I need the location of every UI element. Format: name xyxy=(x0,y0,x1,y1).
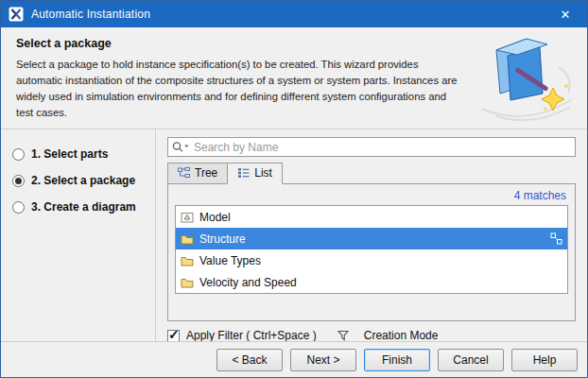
apply-filter-checkbox[interactable] xyxy=(167,330,180,342)
filter-icon[interactable] xyxy=(337,330,349,341)
next-button[interactable]: Next > xyxy=(290,349,356,371)
search-icon[interactable] xyxy=(172,141,189,153)
tab-tree[interactable]: Tree xyxy=(167,163,228,184)
list-tab-panel: 4 matches Model xyxy=(167,183,576,321)
list-item-structure[interactable]: Structure xyxy=(176,228,567,249)
list-item-velocity-and-speed[interactable]: Velocity and Speed xyxy=(176,271,567,293)
package-selection-panel: Tree xyxy=(156,129,587,341)
app-logo-icon xyxy=(9,7,24,22)
back-button[interactable]: < Back xyxy=(216,349,283,371)
list-item-label: Velocity and Speed xyxy=(199,276,297,289)
step-label: 1. Select parts xyxy=(31,147,108,161)
list-item-model[interactable]: Model xyxy=(176,206,567,228)
wizard-steps-panel: 1. Select parts 2. Select a package 3. C… xyxy=(1,129,156,341)
filter-options-row: Apply Filter ( Ctrl+Space ) Creation Mod… xyxy=(167,329,576,342)
cancel-button[interactable]: Cancel xyxy=(438,349,504,371)
package-list: Model Structure xyxy=(175,205,568,294)
creation-mode-label: Creation Mode xyxy=(364,329,439,342)
radio-selected-icon[interactable] xyxy=(12,175,25,187)
apply-filter-label: Apply Filter ( Ctrl+Space ) xyxy=(186,329,317,342)
tab-label: List xyxy=(254,166,272,180)
view-tabs: Tree xyxy=(167,163,587,184)
close-button[interactable]: ✕ xyxy=(544,1,587,27)
search-box[interactable] xyxy=(167,137,576,157)
tab-list[interactable]: List xyxy=(227,163,283,184)
step-label: 2. Select a package xyxy=(31,174,135,187)
window-title: Automatic Instantiation xyxy=(31,8,544,21)
model-icon xyxy=(181,212,194,223)
radio-icon[interactable] xyxy=(12,148,25,161)
wizard-content: 1. Select parts 2. Select a package 3. C… xyxy=(1,129,587,341)
step-select-package[interactable]: 2. Select a package xyxy=(1,167,155,194)
matches-count: 4 matches xyxy=(175,187,568,204)
wizard-header: Select a package Select a package to hol… xyxy=(1,27,587,129)
list-item-value-types[interactable]: Value Types xyxy=(176,249,567,271)
search-input[interactable] xyxy=(192,140,571,155)
automatic-instantiation-dialog: Automatic Instantiation ✕ Select a packa… xyxy=(0,0,588,378)
tab-label: Tree xyxy=(195,166,217,180)
wizard-illustration-icon xyxy=(468,29,579,124)
folder-icon xyxy=(181,255,194,266)
step-select-parts[interactable]: 1. Select parts xyxy=(1,141,155,167)
step-create-diagram[interactable]: 3. Create a diagram xyxy=(1,194,155,220)
tree-view-icon xyxy=(178,167,190,179)
list-item-label: Model xyxy=(199,211,231,224)
list-item-label: Value Types xyxy=(199,254,261,267)
help-button[interactable]: Help xyxy=(511,349,578,371)
folder-icon xyxy=(181,233,194,245)
list-view-icon xyxy=(237,167,250,179)
folder-icon xyxy=(181,277,194,288)
page-description: Select a package to hold instance specif… xyxy=(16,57,458,121)
step-label: 3. Create a diagram xyxy=(31,200,136,214)
finish-button[interactable]: Finish xyxy=(364,349,430,371)
titlebar: Automatic Instantiation ✕ xyxy=(1,1,587,27)
dialog-button-bar: < Back Next > Finish Cancel Help xyxy=(1,341,587,377)
list-item-label: Structure xyxy=(199,232,246,246)
structure-badge-icon xyxy=(550,232,562,245)
radio-icon[interactable] xyxy=(12,201,25,214)
